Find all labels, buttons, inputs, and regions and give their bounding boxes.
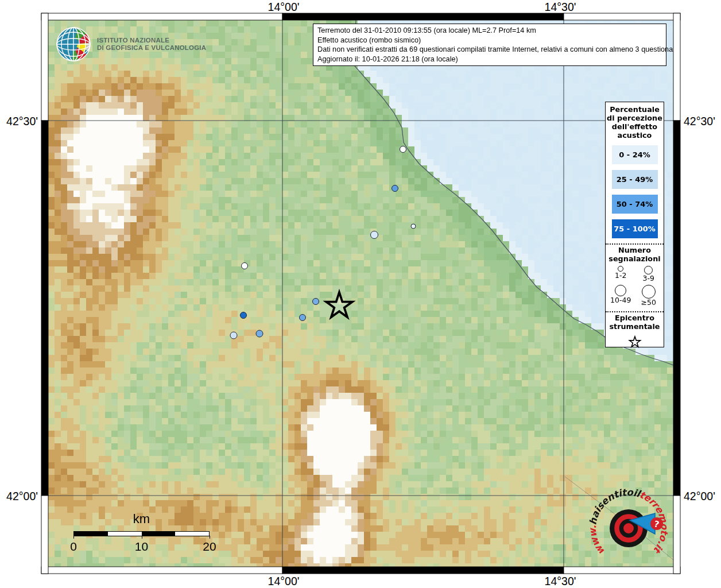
scale-segment [108, 532, 142, 536]
lat-label-left-bottom: 42°00' [6, 490, 38, 503]
felt-report-marker [240, 312, 247, 319]
lat-label-left-top: 42°30' [6, 115, 38, 128]
info-line-event: Terremoto del 31-01-2010 09:13:55 (ora l… [317, 26, 662, 36]
scale-segment [74, 532, 108, 536]
scale-tick [210, 536, 210, 539]
count-circle-label: 10-49 [608, 296, 633, 304]
scale-bar-numbers: 0 10 20 [73, 540, 210, 554]
ingv-text-line2: DI GEOFISICA E VULCANOLOGIA [97, 44, 206, 52]
legend-title-line: di percezione [606, 114, 664, 122]
legend-title-line: dell'effetto [606, 122, 664, 131]
felt-report-marker [256, 330, 263, 338]
legend-count-item: ≥50 [636, 283, 661, 306]
count-circle-icon [644, 266, 653, 274]
legend-class-swatch: 0 - 24% [612, 145, 658, 164]
scale-bar-segments [73, 531, 210, 536]
legend-separator [606, 311, 664, 312]
lon-label-bottom-left: 14°00' [268, 575, 300, 588]
scale-number: 10 [135, 540, 148, 554]
haisentitoilterremoto-logo: www.haisentitoilterremoto.it ? [580, 479, 673, 567]
legend-counts-title-line: segnalazioni [606, 254, 664, 263]
legend-title-line: Percentuale [606, 105, 664, 114]
legend-epicenter-star-icon [627, 335, 642, 350]
ingv-logo-text: ISTITUTO NAZIONALE DI GEOFISICA E VULCAN… [97, 37, 206, 52]
scale-segment [175, 532, 209, 536]
info-line-effect: Effetto acustico (rombo sismico) [317, 36, 662, 45]
legend-count-symbols: 1-23-910-49≥50 [606, 263, 664, 306]
legend-epicenter-title-line: Epicentro [606, 314, 664, 322]
scale-tick [73, 536, 74, 539]
scale-number: 20 [203, 540, 216, 554]
legend-epicenter-title-line: strumentale [606, 322, 664, 331]
legend-count-item: 10-49 [608, 283, 633, 306]
legend-title-line: acustico [606, 131, 664, 140]
felt-report-marker [391, 185, 398, 192]
legend-count-item: 1-2 [608, 264, 633, 282]
scale-bar-unit: km [73, 512, 210, 527]
felt-report-marker [230, 332, 238, 339]
felt-report-marker [411, 224, 416, 229]
ingv-text-line1: ISTITUTO NAZIONALE [97, 37, 206, 45]
legend-class-swatch: 75 - 100% [612, 219, 658, 238]
legend-title: Percentuale di percezione dell'effetto a… [606, 105, 664, 140]
ingv-logo: ISTITUTO NAZIONALE DI GEOFISICA E VULCAN… [55, 26, 206, 63]
info-line-data-note: Dati non verificati estratti da 69 quest… [317, 45, 662, 55]
map-canvas-area: Terremoto del 31-01-2010 09:13:55 (ora l… [48, 20, 673, 567]
info-line-updated: Aggiornato il: 10-01-2026 21:18 (ora loc… [317, 55, 662, 64]
felt-report-marker [370, 231, 378, 239]
map-page: 14°00' 14°30' 14°00' 14°30' 42°30' 42°00… [0, 0, 721, 588]
scale-number: 0 [70, 540, 77, 554]
map-scale-bar: km 0 10 20 [73, 512, 210, 554]
felt-report-marker [241, 262, 248, 269]
haisentitoilterremoto-logo-icon: www.haisentitoilterremoto.it ? [580, 479, 673, 567]
legend-class-swatch: 25 - 49% [612, 170, 658, 189]
count-circle-icon [642, 285, 656, 299]
count-circle-label: 1-2 [608, 272, 633, 279]
lon-label-top-right: 14°30' [545, 1, 576, 14]
legend-count-item: 3-9 [636, 264, 661, 282]
count-circle-label: ≥50 [636, 299, 661, 306]
felt-report-marker [312, 298, 319, 305]
lat-label-right-top: 42°30' [684, 115, 715, 128]
ingv-globe-icon [55, 26, 92, 63]
count-circle-label: 3-9 [636, 274, 661, 282]
lon-label-bottom-right: 14°30' [545, 575, 576, 588]
felt-report-marker [299, 314, 306, 321]
scale-tick [142, 536, 142, 539]
legend-epicenter-title: Epicentro strumentale [606, 314, 664, 331]
felt-report-marker [400, 146, 406, 153]
count-circle-icon [615, 285, 626, 296]
legend-counts-title: Numero segnalazioni [606, 246, 664, 263]
lat-label-right-bottom: 42°00' [684, 490, 715, 503]
lon-label-top-left: 14°00' [268, 1, 300, 14]
scale-segment [142, 532, 176, 536]
legend-class-swatch: 50 - 74% [612, 195, 658, 214]
legend-percentage-classes: 0 - 24%25 - 49%50 - 74%75 - 100% [606, 145, 664, 238]
earthquake-info-box: Terremoto del 31-01-2010 09:13:55 (ora l… [313, 24, 666, 66]
legend-separator [606, 243, 664, 245]
legend-panel: Percentuale di percezione dell'effetto a… [605, 102, 664, 347]
legend-counts-title-line: Numero [606, 246, 664, 254]
